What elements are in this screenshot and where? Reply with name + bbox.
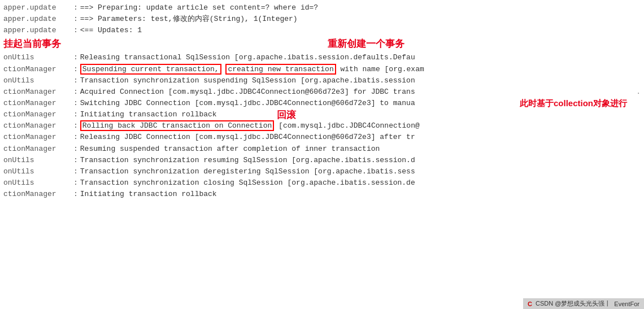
log-line: onUtils : Transaction synchronization su… [0, 75, 644, 86]
log-prefix: onUtils [3, 155, 71, 166]
log-line: ctionManager : Releasing JDBC Connection… [0, 132, 644, 143]
log-prefix: onUtils [3, 177, 71, 189]
log-prefix: ctionManager [3, 132, 71, 143]
highlight-suspend: Suspending current transaction, [80, 64, 221, 75]
annotation-rollback: 回滚 [277, 108, 296, 123]
log-prefix: onUtils [3, 52, 71, 63]
annotation-collection: 此时基于collection对象进行 [520, 97, 627, 110]
annotation-suspend: 挂起当前事务 [3, 37, 61, 50]
log-prefix: ctionManager [3, 86, 71, 98]
log-prefix: ctionManager [3, 143, 71, 155]
log-prefix: apper.update [3, 2, 71, 14]
log-prefix: onUtils [3, 166, 71, 177]
log-prefix: ctionManager [3, 98, 71, 109]
log-line: ctionManager : Suspending current transa… [0, 64, 644, 75]
log-prefix: ctionManager [3, 120, 71, 132]
log-line: apper.update : ==> Parameters: test,修改的内… [0, 14, 644, 25]
log-line: ctionManager : Resuming suspended transa… [0, 143, 644, 155]
log-line: apper.update : ==> Preparing: update art… [0, 2, 644, 14]
annotation-recreate: 重新创建一个事务 [328, 37, 404, 50]
highlight-rollback: Rolling back JDBC transaction on Connect… [80, 120, 274, 131]
log-line: apper.update : <== Updates: 1 [0, 25, 644, 36]
log-prefix: ctionManager [3, 109, 71, 120]
bottom-bar: C CSDN @梦想成头光头强丨 EventFor [523, 298, 644, 309]
log-prefix: apper.update [3, 14, 71, 25]
log-line: onUtils : Transaction synchronization re… [0, 155, 644, 166]
log-line: ctionManager : Initiating transaction ro… [0, 109, 644, 120]
log-line: onUtils : Transaction synchronization de… [0, 166, 644, 177]
bottom-bar-text: CSDN @梦想成头光头强丨 [536, 299, 611, 308]
log-line: ctionManager : Initiating transaction ro… [0, 189, 644, 200]
bottom-bar-suffix: EventFor [614, 301, 639, 307]
log-prefix: ctionManager [3, 189, 71, 200]
log-line: onUtils : Releasing transactional SqlSes… [0, 52, 644, 63]
csdn-icon: C [528, 301, 532, 307]
annotation-row: 挂起当前事务 重新创建一个事务 [0, 36, 644, 52]
highlight-creating: creating new transaction [225, 64, 336, 75]
log-prefix: onUtils [3, 75, 71, 86]
log-line: ctionManager : Acquired Connection [com.… [0, 86, 644, 98]
log-prefix: apper.update [3, 25, 71, 36]
log-container: apper.update : ==> Preparing: update art… [0, 0, 644, 309]
log-line: ctionManager : Rolling back JDBC transac… [0, 120, 644, 132]
log-prefix: ctionManager [3, 64, 71, 75]
log-line: onUtils : Transaction synchronization cl… [0, 177, 644, 189]
log-line: ctionManager : Switching JDBC Connection… [0, 98, 644, 109]
